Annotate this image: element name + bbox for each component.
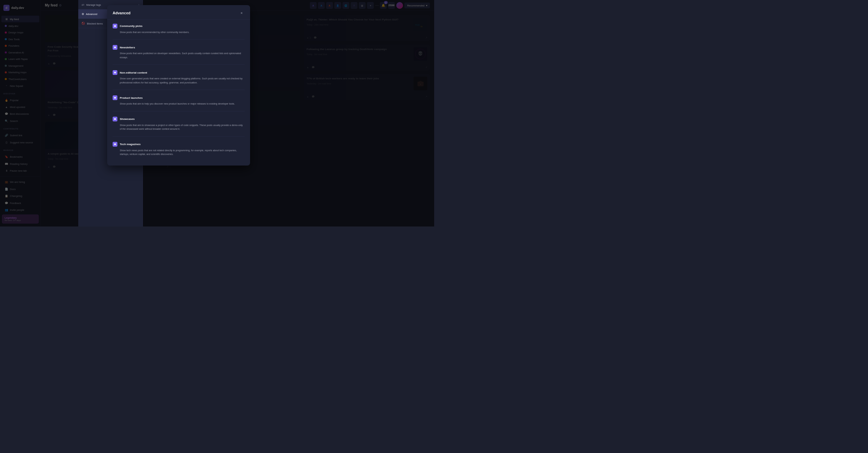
settings-blocked-left: 🚫 Blocked items — [82, 22, 103, 25]
advanced-item-non-editorial: Non-editorial content Show user-generate… — [113, 70, 245, 90]
toggle-dot-5 — [114, 143, 116, 145]
toggle-icon-3 — [113, 95, 117, 100]
advanced-item-desc-2: Show user-generated posts that were crea… — [113, 77, 245, 84]
toggle-dot-4 — [114, 118, 116, 120]
advanced-item-community-picks: Community picks Show posts that are reco… — [113, 24, 245, 40]
toggle-dot-0 — [114, 25, 116, 27]
modal-close-button[interactable]: × — [239, 10, 245, 16]
advanced-icon: ⚙ — [82, 13, 84, 16]
advanced-item-newsletters: Newsletters Show posts that were publish… — [113, 45, 245, 65]
toggle-icon-4 — [113, 117, 117, 122]
advanced-item-header-3: Product launches — [113, 95, 245, 100]
advanced-item-title-4: Showcases — [120, 118, 135, 121]
advanced-item-header-0: Community picks — [113, 24, 245, 29]
advanced-item-desc-4: Show posts that aim to showcase a projec… — [113, 123, 245, 131]
advanced-item-header-2: Non-editorial content — [113, 70, 245, 75]
advanced-item-title-2: Non-editorial content — [120, 71, 147, 74]
advanced-item-desc-3: Show posts that aim to help you discover… — [113, 102, 245, 106]
advanced-item-header-1: Newsletters — [113, 45, 245, 50]
toggle-dot-1 — [114, 47, 116, 48]
advanced-item-showcases: Showcases Show posts that aim to showcas… — [113, 117, 245, 137]
modal-header: Advanced × — [107, 5, 250, 20]
advanced-item-title-5: Tech magazines — [120, 143, 141, 146]
advanced-item-title-0: Community picks — [120, 25, 143, 28]
advanced-label: Advanced — [86, 13, 97, 16]
tags-icon: 🏷 — [82, 3, 84, 6]
advanced-item-title-1: Newsletters — [120, 46, 135, 49]
modal-title: Advanced — [113, 11, 131, 15]
advanced-item-desc-0: Show posts that are recommended by other… — [113, 30, 245, 34]
manage-tags-label: Manage tags — [86, 3, 101, 6]
toggle-dot-3 — [114, 97, 116, 98]
advanced-item-product-launches: Product launches Show posts that aim to … — [113, 95, 245, 111]
advanced-item-title-3: Product launches — [120, 96, 143, 99]
advanced-item-desc-1: Show posts that were published on develo… — [113, 51, 245, 59]
toggle-icon-2 — [113, 70, 117, 75]
advanced-item-desc-5: Show tech news posts that are not relate… — [113, 149, 245, 156]
toggle-icon-1 — [113, 45, 117, 50]
advanced-modal: Advanced × Community picks Show posts th… — [107, 5, 250, 166]
toggle-icon-5 — [113, 142, 117, 147]
modal-body: Community picks Show posts that are reco… — [107, 20, 250, 166]
blocked-items-label: Blocked items — [87, 22, 103, 25]
advanced-item-tech-magazines: Tech magazines Show tech news posts that… — [113, 142, 245, 161]
blocked-icon: 🚫 — [82, 22, 85, 25]
settings-advanced-left: ⚙ Advanced — [82, 13, 97, 16]
close-icon: × — [241, 11, 243, 15]
advanced-item-header-4: Showcases — [113, 117, 245, 122]
advanced-item-header-5: Tech magazines — [113, 142, 245, 147]
toggle-icon-0 — [113, 24, 117, 29]
toggle-dot-2 — [114, 72, 116, 74]
settings-manage-tags-left: 🏷 Manage tags — [82, 3, 101, 6]
